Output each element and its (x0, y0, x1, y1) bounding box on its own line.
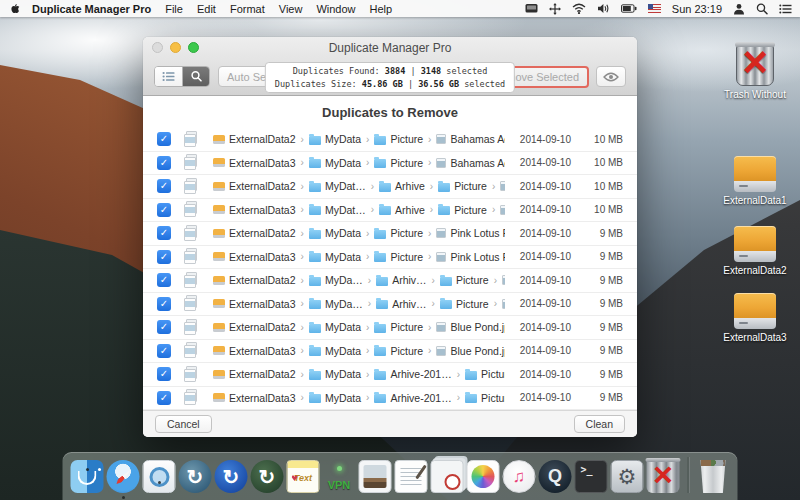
chevron-icon: › (366, 322, 369, 333)
drive-icon (213, 135, 225, 144)
list-view-segment[interactable] (155, 67, 182, 86)
battery-icon[interactable] (621, 4, 637, 13)
sync-blue-dock-icon[interactable] (215, 460, 248, 493)
row-checkbox[interactable]: ✓ (157, 156, 171, 170)
preview-button[interactable] (596, 66, 626, 87)
duplicate-row[interactable]: ✓ ExternalData3›MyData›Picture›Blue Pond… (143, 340, 637, 364)
sysprefs-dock-icon[interactable] (611, 460, 644, 493)
safari-dock-icon[interactable] (107, 460, 140, 493)
duplicate-row[interactable]: ✓ ExternalData2›MyDa…›Arhiv…›Picture›Pin… (143, 269, 637, 293)
chevron-icon: › (301, 322, 304, 333)
duplicate-row[interactable]: ✓ ExternalData2›MyData›Picture›Blue Pond… (143, 316, 637, 340)
drive-icon (213, 323, 225, 332)
apple-menu-icon[interactable] (8, 2, 22, 15)
minimize-button[interactable] (170, 42, 181, 53)
row-checkbox[interactable]: ✓ (157, 250, 171, 264)
file-stack-icon (183, 131, 200, 148)
row-checkbox[interactable]: ✓ (157, 297, 171, 311)
zoom-button[interactable] (188, 42, 199, 53)
imageviewer-dock-icon[interactable] (359, 460, 392, 493)
cancel-button[interactable]: Cancel (155, 415, 212, 433)
folder-icon (309, 183, 321, 192)
search-icon[interactable] (756, 3, 768, 15)
desktop-icon-external-drive-3[interactable]: ExternalData3 (714, 293, 796, 343)
file-date: 2014-09-10 (505, 369, 571, 380)
trashx-dock-icon[interactable] (647, 460, 680, 493)
docstack-dock-icon[interactable] (431, 460, 464, 493)
desktop-icon-trash-without-app[interactable]: Trash Without (714, 44, 796, 100)
menubar-clock[interactable]: Sun 23:19 (672, 3, 722, 15)
quicktime-dock-icon[interactable] (539, 460, 572, 493)
window-titlebar[interactable]: Duplicate Manager Pro (143, 37, 637, 58)
path-segment: Arhive (379, 204, 425, 216)
terminal-dock-icon[interactable] (575, 460, 608, 493)
us-flag-icon[interactable] (648, 4, 661, 13)
external-drive-icon (734, 156, 776, 192)
desktop-icon-external-drive-2[interactable]: ExternalData2 (714, 226, 796, 276)
duplicate-row[interactable]: ✓ ExternalData2›MyData›Arhive-201…›Pictu… (143, 363, 637, 387)
row-checkbox[interactable]: ✓ (157, 391, 171, 405)
sync-green-dock-icon[interactable] (251, 460, 284, 493)
file-size: 9 MB (571, 275, 623, 286)
menu-format[interactable]: Format (230, 3, 265, 15)
itunes-dock-icon[interactable] (503, 460, 536, 493)
duplicate-row[interactable]: ✓ ExternalData2›MyDat…›Arhive›Picture›Ba… (143, 175, 637, 199)
desktop-icon-external-drive-1[interactable]: ExternalData1 (714, 156, 796, 206)
row-checkbox[interactable]: ✓ (157, 273, 171, 287)
row-checkbox[interactable]: ✓ (157, 203, 171, 217)
photos-dock-icon[interactable] (467, 460, 500, 493)
list-heading: Duplicates to Remove (143, 96, 637, 128)
move-arrows-icon[interactable] (549, 3, 561, 15)
duplicate-row[interactable]: ✓ ExternalData3›MyData›Picture›Pink Lotu… (143, 246, 637, 270)
image-icon (502, 299, 505, 309)
duplicate-row[interactable]: ✓ ExternalData2›MyData›Picture›Bahamas A… (143, 128, 637, 152)
path-segment: Blue Pond.jpg (436, 345, 505, 357)
notification-list-icon[interactable] (779, 4, 792, 14)
row-checkbox[interactable]: ✓ (157, 367, 171, 381)
finder-dock-icon[interactable] (71, 460, 104, 493)
duplicate-row[interactable]: ✓ ExternalData3›MyData›Picture›Bahamas A… (143, 152, 637, 176)
duplicate-row[interactable]: ✓ ExternalData3›MyData›Arhive-201…›Pictu… (143, 387, 637, 411)
menu-view[interactable]: View (279, 3, 303, 15)
menu-window[interactable]: Window (316, 3, 355, 15)
clean-button[interactable]: Clean (574, 415, 625, 433)
menu-file[interactable]: File (165, 3, 183, 15)
folder-icon (379, 183, 391, 192)
chevron-icon: › (457, 369, 460, 380)
duplicate-row[interactable]: ✓ ExternalData3›MyDat…›Arhive›Picture›Ba… (143, 199, 637, 223)
row-checkbox[interactable]: ✓ (157, 132, 171, 146)
row-checkbox[interactable]: ✓ (157, 179, 171, 193)
screen-icon[interactable] (525, 3, 538, 14)
path-segment: ExternalData2 (213, 180, 296, 192)
sync-teal-dock-icon[interactable] (179, 460, 212, 493)
duplicate-row[interactable]: ✓ ExternalData3›MyDa…›Arhiv…›Picture›Pin… (143, 293, 637, 317)
path-segment: ExternalData3 (213, 298, 296, 310)
search-view-segment[interactable] (182, 67, 209, 86)
path-segment: ExternalData2 (213, 274, 296, 286)
textedit-dock-icon[interactable] (395, 460, 428, 493)
vpn-dock-icon[interactable] (323, 460, 356, 493)
file-stack-icon (183, 201, 200, 218)
path-segment: MyData (309, 157, 361, 169)
notes-dock-icon[interactable] (287, 460, 320, 493)
file-path: ExternalData3›MyDa…›Arhiv…›Picture›Pink … (213, 298, 505, 310)
menu-help[interactable]: Help (370, 3, 393, 15)
path-segment: MyData (309, 133, 361, 145)
menubar-app-name[interactable]: Duplicate Manager Pro (32, 3, 151, 15)
menu-edit[interactable]: Edit (197, 3, 216, 15)
volume-icon[interactable] (597, 3, 610, 14)
drive-icon (213, 205, 225, 214)
row-checkbox[interactable]: ✓ (157, 344, 171, 358)
dupfinder-dock-icon[interactable] (143, 460, 176, 493)
trash-dock-icon[interactable] (697, 460, 730, 493)
chevron-icon: › (301, 298, 304, 309)
chevron-icon: › (366, 251, 369, 262)
row-checkbox[interactable]: ✓ (157, 320, 171, 334)
row-checkbox[interactable]: ✓ (157, 226, 171, 240)
folder-icon (374, 253, 386, 262)
wifi-icon[interactable] (572, 3, 586, 14)
close-button[interactable] (152, 42, 163, 53)
user-icon[interactable] (733, 3, 745, 15)
duplicate-row[interactable]: ✓ ExternalData2›MyData›Picture›Pink Lotu… (143, 222, 637, 246)
drive-icon (213, 252, 225, 261)
